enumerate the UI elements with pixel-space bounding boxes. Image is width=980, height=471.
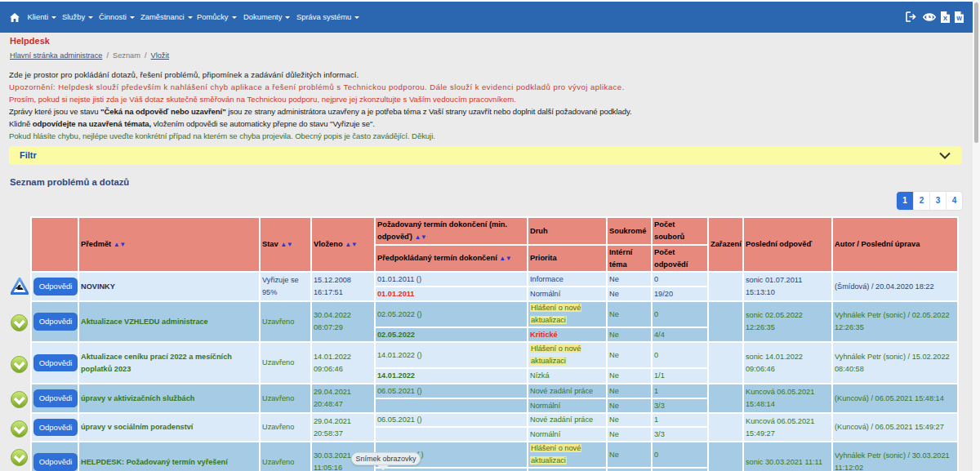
svg-text:W: W — [956, 16, 962, 21]
svg-text:X: X — [943, 15, 948, 22]
